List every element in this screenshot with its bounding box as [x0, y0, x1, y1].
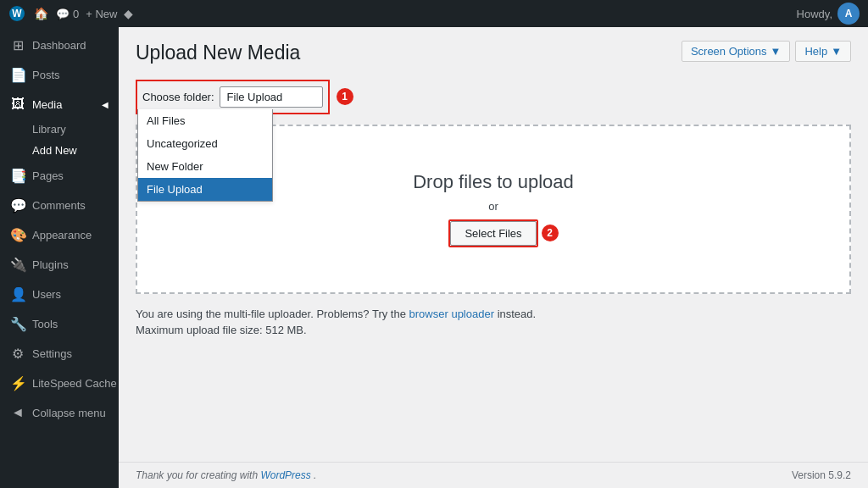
add-new-label: Add New — [32, 144, 77, 157]
sidebar-item-label: Tools — [32, 318, 58, 330]
sidebar-item-pages[interactable]: 📑 Pages — [0, 161, 119, 191]
sidebar-item-litespeed[interactable]: ⚡ LiteSpeed Cache — [0, 369, 119, 398]
wp-logo[interactable]: W — [8, 5, 25, 22]
drop-text: Drop files to upload — [413, 171, 574, 193]
sidebar-item-tools[interactable]: 🔧 Tools — [0, 309, 119, 339]
footer-thank-you: Thank you for creating with — [136, 469, 258, 481]
sidebar-item-label: Plugins — [32, 258, 69, 271]
sidebar-item-appearance[interactable]: 🎨 Appearance — [0, 220, 119, 250]
appearance-icon: 🎨 — [10, 227, 25, 243]
or-text: or — [488, 200, 498, 213]
new-label: + New — [86, 8, 117, 20]
uploader-info-text: You are using the multi-file uploader. P… — [136, 308, 406, 320]
plugin-icon[interactable]: ◆ — [124, 7, 133, 20]
sidebar-item-label: Settings — [32, 347, 72, 360]
collapse-icon: ◄ — [10, 405, 25, 420]
sidebar-item-label: LiteSpeed Cache — [32, 377, 117, 390]
sidebar-item-label: Users — [32, 288, 61, 301]
sidebar-item-label: Media — [32, 98, 62, 111]
sidebar-item-posts[interactable]: 📄 Posts — [0, 60, 119, 90]
dropdown-item-all-files[interactable]: All Files — [138, 109, 272, 132]
select-files-button[interactable]: Select Files — [450, 221, 536, 246]
sidebar-item-label: Pages — [32, 169, 64, 182]
uploader-info: You are using the multi-file uploader. P… — [136, 308, 851, 320]
library-label: Library — [32, 123, 66, 136]
step-2-badge: 2 — [542, 225, 559, 241]
footer-version: Version 5.9.2 — [792, 469, 851, 481]
pages-icon: 📑 — [10, 168, 25, 184]
screen-options-label: Screen Options — [691, 45, 767, 58]
user-avatar[interactable]: A — [837, 3, 860, 25]
screen-options-button[interactable]: Screen Options ▼ — [682, 41, 790, 62]
plugins-icon: 🔌 — [10, 257, 25, 273]
tools-icon: 🔧 — [10, 316, 25, 332]
users-icon: 👤 — [10, 286, 25, 302]
litespeed-icon: ⚡ — [10, 375, 25, 391]
sidebar-item-comments[interactable]: 💬 Comments — [0, 191, 119, 220]
help-arrow-icon: ▼ — [831, 45, 842, 58]
sidebar-item-dashboard[interactable]: ⊞ Dashboard — [0, 30, 119, 60]
dropdown-item-uncategorized[interactable]: Uncategorized — [138, 132, 272, 155]
dropdown-item-new-folder[interactable]: New Folder — [138, 155, 272, 178]
help-button[interactable]: Help ▼ — [795, 41, 851, 62]
footer-left: Thank you for creating with WordPress . — [136, 469, 316, 481]
site-icon[interactable]: 🏠 — [32, 5, 49, 22]
sidebar-item-label: Dashboard — [32, 39, 86, 52]
comments-link[interactable]: 💬 0 — [56, 8, 79, 20]
sidebar-item-plugins[interactable]: 🔌 Plugins — [0, 250, 119, 280]
svg-text:W: W — [12, 8, 22, 19]
help-label: Help — [804, 45, 827, 58]
page-title: Upload New Media — [136, 41, 300, 66]
menu-arrow-icon: ◀ — [102, 100, 108, 109]
uploader-info-after: instead. — [498, 308, 537, 320]
sidebar-item-users[interactable]: 👤 Users — [0, 280, 119, 309]
admin-bar: W 🏠 💬 0 + New ◆ Howdy, A — [0, 0, 868, 27]
sidebar-item-label: Comments — [32, 199, 86, 212]
max-size-text: Maximum upload file size: 512 MB. — [136, 324, 851, 336]
wp-footer: Thank you for creating with WordPress . … — [119, 462, 868, 488]
choose-folder-label: Choose folder: — [142, 91, 214, 103]
posts-icon: 📄 — [10, 67, 25, 83]
choose-folder-row: Choose folder: All Files Uncategorized N… — [136, 80, 851, 114]
step-1-badge: 1 — [337, 88, 353, 105]
folder-select-wrapper: All Files Uncategorized New Folder File … — [220, 86, 323, 108]
comments-icon: 💬 — [10, 197, 25, 214]
sidebar-item-label: Posts — [32, 69, 60, 81]
sidebar-item-library[interactable]: Library — [0, 119, 119, 140]
admin-menu: ⊞ Dashboard 📄 Posts 🖼 Media ◀ Library Ad… — [0, 27, 119, 488]
sidebar-collapse-button[interactable]: ◄ Collapse menu — [0, 398, 119, 427]
comment-icon: 💬 — [56, 8, 70, 20]
media-icon: 🖼 — [10, 97, 25, 112]
sidebar-item-settings[interactable]: ⚙ Settings — [0, 339, 119, 369]
screen-options-arrow-icon: ▼ — [771, 45, 782, 58]
folder-dropdown: All Files Uncategorized New Folder File … — [137, 109, 273, 202]
dropdown-item-file-upload[interactable]: File Upload — [138, 178, 272, 201]
collapse-label: Collapse menu — [32, 407, 106, 419]
folder-select[interactable]: All Files Uncategorized New Folder File … — [220, 86, 323, 108]
sidebar-item-add-new[interactable]: Add New — [0, 140, 119, 161]
sidebar-item-label: Appearance — [32, 229, 92, 241]
sidebar-item-media[interactable]: 🖼 Media ◀ — [0, 90, 119, 119]
browser-uploader-link[interactable]: browser uploader — [409, 308, 498, 320]
howdy-text: Howdy, — [797, 8, 832, 20]
dashboard-icon: ⊞ — [10, 37, 25, 53]
select-files-wrapper: Select Files 2 — [448, 219, 537, 247]
wordpress-link[interactable]: WordPress — [260, 469, 314, 481]
new-content-button[interactable]: + New — [86, 8, 117, 20]
settings-icon: ⚙ — [10, 346, 25, 362]
comment-count: 0 — [73, 8, 79, 20]
